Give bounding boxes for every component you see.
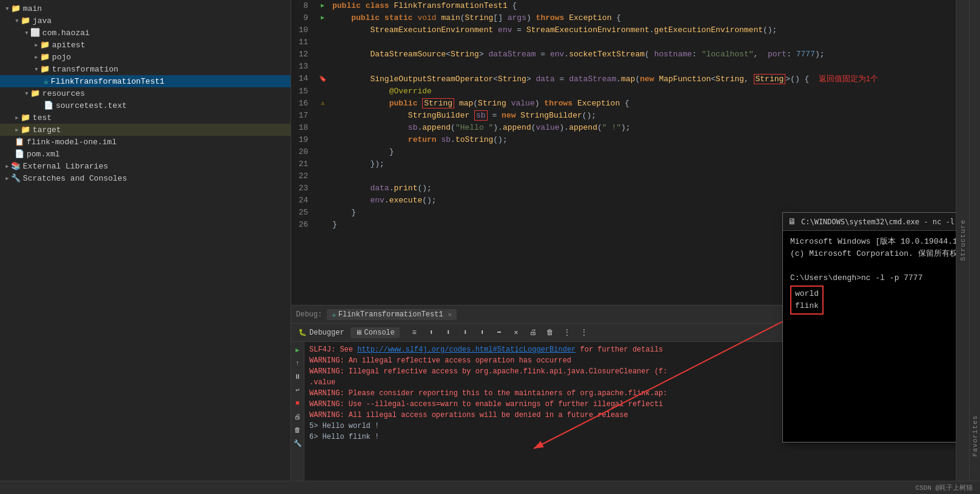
folder-icon: 📁	[40, 52, 50, 62]
cmd-line-blank	[790, 260, 956, 272]
code-line-16: 16 ⚠ public String map(String value) thr…	[291, 98, 956, 110]
cmd-line-world: world	[795, 288, 819, 300]
tree-item-test[interactable]: ▸ 📁 test	[0, 112, 290, 124]
folder-icon: 📁	[40, 64, 50, 74]
tree-label: FlinkTransformationTest1	[51, 77, 164, 86]
toolbar-btn-menu2[interactable]: ⋮	[577, 325, 591, 340]
favorites-panel: Favorites	[969, 0, 980, 481]
strip-btn-run[interactable]: ▶	[292, 344, 303, 355]
chevron-down-icon: ▾	[24, 88, 29, 98]
tree-label: com.haozai	[42, 28, 90, 38]
chevron-right-icon: ▸	[15, 125, 19, 135]
java-icon: ☕	[332, 310, 336, 318]
tree-item-java[interactable]: ▾ 📁 java	[0, 15, 290, 27]
tree-label: External Libraries	[23, 162, 108, 171]
chevron-right-icon: ▸	[34, 40, 39, 50]
cmd-content: Microsoft Windows [版本 10.0.19044.1586] (…	[783, 231, 956, 442]
tree-item-pojo[interactable]: ▸ 📁 pojo	[0, 51, 290, 63]
code-line-17: 17 StringBuilder sb = new StringBuilder(…	[291, 110, 956, 122]
tree-label: main	[23, 4, 42, 13]
tree-label: flink-model-one.iml	[27, 138, 116, 147]
scratch-icon: 🔧	[11, 173, 21, 183]
tree-label: apitest	[52, 41, 86, 50]
strip-btn-print[interactable]: 🖨	[292, 411, 303, 422]
tree-label: test	[33, 113, 52, 122]
chevron-down-icon: ▾	[34, 64, 39, 74]
var-highlight: sb	[474, 110, 488, 121]
toolbar-btn-up2[interactable]: ⬆	[475, 325, 489, 340]
warning-icon: ⚠	[321, 98, 324, 110]
chevron-right-icon: ▸	[5, 161, 10, 171]
strip-btn-pause[interactable]: ⏸	[292, 371, 303, 382]
toolbar-btn-up[interactable]: ⬆	[424, 325, 438, 340]
close-tab-icon[interactable]: ✕	[448, 311, 452, 318]
tree-item-target[interactable]: ▸ 📁 target	[0, 124, 290, 136]
editor-area: 8 ▶ public class FlinkTransformationTest…	[291, 0, 956, 481]
tree-item-scratches[interactable]: ▸ 🔧 Scratches and Consoles	[0, 172, 290, 184]
toolbar-btn-1[interactable]: ≡	[407, 325, 421, 340]
tree-item-pom-xml[interactable]: 📄 pom.xml	[0, 148, 290, 160]
structure-panel: Structure	[956, 0, 969, 481]
tab-debugger[interactable]: 🐛 Debugger	[294, 327, 349, 338]
tree-item-transformation[interactable]: ▾ 📁 transformation	[0, 63, 290, 75]
tree-item-external-libs[interactable]: ▸ 📚 External Libraries	[0, 160, 290, 172]
strip-btn-wrap[interactable]: ↩	[292, 384, 303, 395]
project-sidebar: ▾ 📁 main ▾ 📁 java ▾ ⬜ com.haozai ▸ 📁 api…	[0, 0, 291, 481]
tab-console[interactable]: 🖥 Console	[351, 327, 400, 338]
chevron-right-icon: ▸	[15, 113, 19, 122]
code-line-9: 9 ▶ public static void main(String[] arg…	[291, 12, 956, 24]
tree-label: transformation	[52, 65, 118, 74]
strip-btn-trash[interactable]: 🗑	[292, 424, 303, 435]
tree-item-flink-iml[interactable]: 📋 flink-model-one.iml	[0, 136, 290, 148]
code-line-21: 21 });	[291, 158, 956, 170]
code-line-20: 20 }	[291, 146, 956, 158]
tree-label: pojo	[52, 53, 71, 62]
tree-item-apitest[interactable]: ▸ 📁 apitest	[0, 39, 290, 51]
toolbar-btn-down2[interactable]: ⬇	[458, 325, 472, 340]
cmd-titlebar: 🖥 C:\WINDOWS\system32\cmd.exe - nc -l -p…	[783, 213, 956, 231]
tree-item-sourcetest[interactable]: 📄 sourcetest.text	[0, 99, 290, 112]
tree-label: Scratches and Consoles	[23, 174, 127, 183]
tree-item-com-haozai[interactable]: ▾ ⬜ com.haozai	[0, 27, 290, 39]
toolbar-btn-menu1[interactable]: ⋮	[560, 325, 574, 340]
strip-btn-settings[interactable]: 🔧	[292, 438, 303, 449]
code-line-13: 13	[291, 61, 956, 73]
code-line-10: 10 StreamExecutionEnvironment env = Stre…	[291, 24, 956, 36]
code-line-14: 14 🔖 SingleOutputStreamOperator<String> …	[291, 73, 956, 85]
tree-label: sourcetest.text	[56, 101, 127, 110]
chevron-right-icon: ▸	[34, 52, 39, 62]
chevron-down-icon: ▾	[15, 16, 19, 25]
debug-tab-flink[interactable]: ☕ FlinkTransformationTest1 ✕	[327, 309, 456, 320]
cmd-window: 🖥 C:\WINDOWS\system32\cmd.exe - nc -l -p…	[782, 212, 956, 442]
structure-label: Structure	[959, 219, 967, 261]
toolbar-btn-down[interactable]: ⬇	[441, 325, 455, 340]
strip-btn-up[interactable]: ↑	[292, 358, 303, 369]
cmd-title-text: C:\WINDOWS\system32\cmd.exe - nc -l -p 7…	[801, 218, 956, 226]
code-line-23: 23 data.print();	[291, 182, 956, 195]
cmd-line-flink: flink	[795, 300, 819, 312]
toolbar-btn-stop[interactable]: ✕	[509, 325, 523, 340]
tree-item-flink-test1[interactable]: ☕ FlinkTransformationTest1	[0, 75, 290, 87]
tree-item-resources[interactable]: ▾ 📁 resources	[0, 87, 290, 99]
package-icon: ⬜	[30, 28, 40, 38]
toolbar-btn-trash[interactable]: 🗑	[543, 325, 557, 340]
toolbar-btn-print[interactable]: 🖨	[526, 325, 540, 340]
chevron-down-icon: ▾	[24, 28, 29, 38]
annotation-comment: 返回值固定为1个	[819, 74, 878, 83]
toolbar-btn-right[interactable]: ➡	[492, 325, 506, 340]
bookmark-icon: 🔖	[319, 73, 326, 85]
tree-item-main[interactable]: ▾ 📁 main	[0, 2, 290, 15]
code-line-12: 12 DataStreamSource<String> dataStream =…	[291, 48, 956, 61]
file-tree: ▾ 📁 main ▾ 📁 java ▾ ⬜ com.haozai ▸ 📁 api…	[0, 0, 290, 481]
folder-icon: 📁	[11, 4, 21, 13]
console-icon: 🖥	[355, 329, 362, 336]
java-file-icon: ☕	[44, 76, 49, 86]
strip-btn-stop[interactable]: ■	[292, 398, 303, 409]
code-line-18: 18 sb.append("Hello ").append(value).app…	[291, 122, 956, 134]
console-left-strip: ▶ ↑ ⏸ ↩ ■ 🖨 🗑 🔧	[291, 342, 304, 481]
slf4j-link[interactable]: http://www.slf4j.org/codes.html#StaticLo…	[357, 345, 576, 354]
folder-icon: 📁	[40, 40, 50, 50]
run-icon: ▶	[321, 12, 324, 24]
tree-label: resources	[42, 89, 85, 98]
xml-icon: 📄	[15, 149, 24, 159]
